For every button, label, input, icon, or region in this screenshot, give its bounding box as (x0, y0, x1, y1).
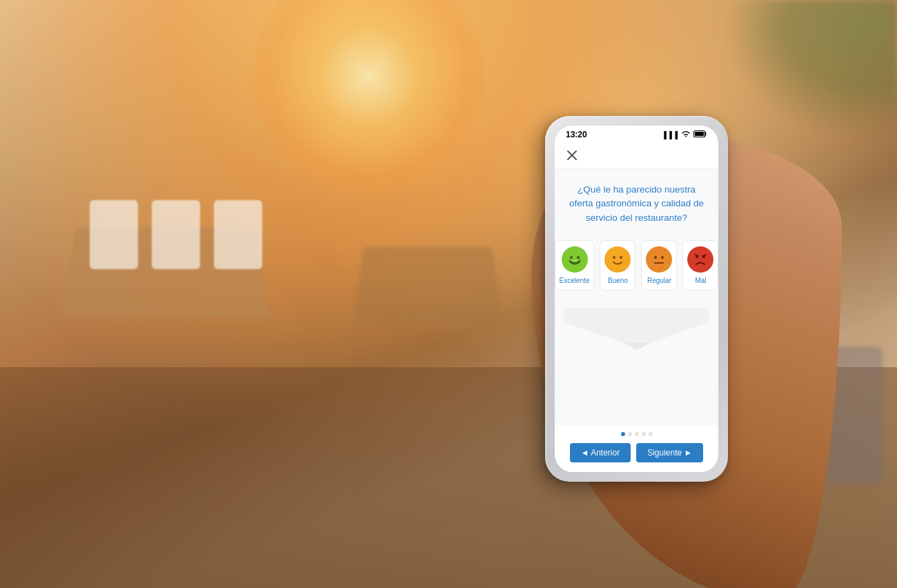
phone-device: 13:20 ▐▐▐ (545, 116, 728, 482)
rating-label-regular: Regular (647, 277, 671, 284)
next-button[interactable]: Siguiente ► (636, 443, 703, 462)
svg-point-7 (605, 247, 630, 272)
emoji-excellent (562, 246, 588, 273)
rating-options: Excelente Bueno (555, 240, 718, 291)
rating-good[interactable]: Bueno (600, 240, 635, 291)
rating-label-good: Bueno (608, 277, 628, 284)
svg-point-10 (647, 247, 671, 272)
status-time: 13:20 (566, 130, 587, 139)
phone-body: 13:20 ▐▐▐ (545, 116, 728, 482)
rating-bad[interactable]: Mal (682, 240, 718, 291)
signal-icon: ▐▐▐ (662, 131, 678, 139)
emoji-regular (646, 246, 672, 273)
svg-point-4 (562, 247, 587, 272)
progress-dot-2 (628, 432, 632, 436)
progress-dot-4 (642, 432, 646, 436)
svg-point-9 (620, 256, 622, 259)
survey-question: ¿Qué le ha parecido nuestra oferta gastr… (564, 183, 709, 225)
survey-card-bottom (564, 308, 709, 350)
progress-dot-3 (635, 432, 639, 436)
app-header (555, 142, 718, 169)
svg-point-11 (654, 256, 657, 259)
rating-regular[interactable]: Regular (641, 240, 677, 291)
status-bar: 13:20 ▐▐▐ (555, 126, 718, 142)
nav-buttons: ◄ Anterior Siguiente ► (564, 443, 709, 462)
svg-rect-1 (695, 132, 704, 136)
close-button[interactable] (564, 148, 580, 163)
svg-point-6 (577, 256, 580, 259)
rating-excellent[interactable]: Excelente (555, 240, 594, 291)
rating-label-bad: Mal (695, 277, 706, 284)
battery-icon (693, 130, 707, 139)
rating-label-excellent: Excelente (560, 277, 590, 284)
progress-bar (564, 432, 709, 436)
progress-dot-1 (621, 432, 625, 436)
phone-bottom-nav: ◄ Anterior Siguiente ► (555, 425, 718, 472)
emoji-bad (687, 246, 713, 273)
svg-point-5 (570, 256, 573, 259)
prev-button[interactable]: ◄ Anterior (570, 443, 631, 462)
status-icons: ▐▐▐ (662, 130, 707, 139)
wifi-icon (681, 130, 691, 139)
phone-screen: 13:20 ▐▐▐ (555, 126, 718, 472)
survey-content: ¿Qué le ha parecido nuestra oferta gastr… (555, 169, 718, 425)
emoji-good (604, 246, 631, 273)
progress-dot-5 (649, 432, 653, 436)
svg-point-8 (613, 256, 615, 259)
svg-point-12 (661, 256, 664, 259)
svg-point-14 (688, 247, 713, 272)
